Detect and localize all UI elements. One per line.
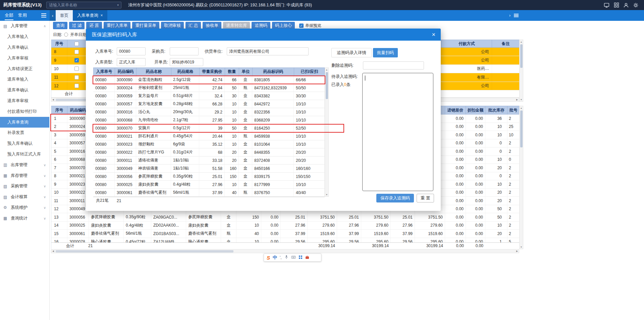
stockin-type-field[interactable] (117, 58, 146, 66)
nav-tab-frequent[interactable]: 常用 (18, 10, 27, 21)
cell-diff: 0.00 (445, 123, 466, 131)
toolbar-button-filter[interactable]: 过 滤 (69, 22, 85, 29)
cell-select[interactable] (67, 82, 86, 90)
cell-std: ZD02AAK00... (151, 222, 186, 230)
tab-scroll-left-button[interactable]: ‹ (50, 10, 56, 21)
modal-close-icon[interactable]: × (432, 32, 435, 38)
toolbar-button-trace-code[interactable]: 追溯码 (252, 22, 270, 29)
cell-spec: 0.45g/72粒 (124, 238, 151, 243)
preview-checkbox[interactable]: ✓ (299, 24, 304, 28)
sidebar-group-purchase-management[interactable]: ▧采购管理∨ (0, 181, 49, 192)
sidebar-item-stockin-audit[interactable]: 入库单审核 (0, 53, 49, 63)
chinese-mode-icon[interactable]: 中 (273, 255, 277, 261)
cell-drug-id-code: 8442972 (252, 100, 294, 108)
sidebar-group-stockin-management[interactable]: ▤入库管理∧ (0, 21, 49, 32)
sidebar-group-accounting[interactable]: ▨会计核算∨ (0, 192, 49, 202)
scroll-left-icon[interactable]: ◀ (51, 249, 55, 253)
sidebar-item-payment-notice-print[interactable]: 付款通知书打印 (0, 106, 49, 117)
modal-table-scrollbar[interactable]: ▲ ▼ (325, 67, 329, 197)
detail-horizontal-scrollbar[interactable]: ◀ ▶ (51, 249, 519, 253)
tab-list-icon[interactable] (514, 14, 519, 17)
cell-select[interactable] (67, 73, 86, 81)
scroll-down-icon[interactable]: ▼ (520, 98, 523, 101)
row-checkbox[interactable] (74, 50, 79, 54)
row-checkbox[interactable] (74, 66, 79, 71)
sogou-logo[interactable]: S (267, 255, 270, 261)
sidebar-item-stockin-confirm[interactable]: 入库单确认 (0, 42, 49, 53)
scroll-right-icon[interactable]: ▶ (515, 98, 519, 101)
scroll-up-icon[interactable]: ▲ (325, 68, 328, 72)
tab-batch-scan[interactable]: 批量扫码 (373, 48, 398, 57)
order-no-field[interactable] (117, 47, 146, 55)
punctuation-icon[interactable]: ', (280, 255, 282, 260)
scroll-up-icon[interactable]: ▲ (520, 106, 523, 110)
sidebar-item-invoice-supplement[interactable]: 补录发票 (0, 128, 49, 138)
orders-vertical-scrollbar[interactable]: ▲ ▼ (519, 40, 523, 102)
scroll-down-icon[interactable]: ▼ (520, 245, 523, 249)
tab-stockin-query[interactable]: 入库单查询 × (73, 10, 107, 21)
sidebar-group-query-statistics[interactable]: ▩查询统计∨ (0, 213, 49, 224)
nav-tab-all[interactable]: 全部 (5, 10, 13, 21)
toolbar-button-restore[interactable]: 还 原 (86, 22, 102, 29)
toolbar-button-cancel-audit[interactable]: 取消审核 (161, 22, 184, 29)
close-tab-icon[interactable]: × (101, 13, 103, 18)
toolbar-button-reprint-stockin[interactable]: 重打入库单 (104, 22, 131, 29)
buyer-field[interactable] (170, 47, 199, 55)
sidebar-item-stockin-entry[interactable]: 入库单输入 (0, 32, 49, 42)
toolbar-button-code-assured[interactable]: 码上放心 (272, 22, 295, 29)
toolbar-button-summary[interactable]: 汇 总 (185, 22, 201, 29)
mic-icon[interactable] (284, 255, 288, 260)
toolbar-button-reprint-volume-purchase[interactable]: 重打量采单 (132, 22, 159, 29)
supplier-field[interactable] (227, 47, 309, 55)
date-radio[interactable] (64, 33, 68, 37)
menu-search-input[interactable]: 请输入菜单名称 ▾ (46, 2, 121, 8)
cell-select[interactable] (67, 65, 86, 73)
sidebar-group-system-maintenance[interactable]: ⚙系统维护∨ (0, 202, 49, 213)
cell-order-no: 00080 (93, 165, 115, 172)
sidebar-item-return-confirm[interactable]: 退库单确认 (0, 85, 49, 96)
tab-scroll-right-icon[interactable]: › (509, 13, 511, 18)
gear-icon[interactable] (633, 2, 639, 8)
cell-select[interactable]: ✓ (67, 56, 86, 64)
scroll-up-icon[interactable]: ▲ (520, 40, 523, 44)
monitor-icon[interactable] (604, 2, 609, 8)
user-icon[interactable] (623, 2, 629, 8)
tab-home[interactable]: 首页 (56, 10, 73, 21)
grid-icon[interactable] (299, 255, 303, 260)
row-checkbox[interactable] (74, 84, 79, 88)
scrollbar-thumb[interactable] (56, 250, 233, 253)
sidebar-item-stockin-error-correction[interactable]: 入库错误更正 (0, 63, 49, 74)
delete-trace-input[interactable] (363, 61, 424, 70)
sidebar-item-pre-stockin-confirm[interactable]: 预入库单确认 (0, 138, 49, 149)
toolbox-icon[interactable] (305, 255, 309, 260)
reset-button[interactable]: 重 置 (417, 194, 434, 202)
toolbar-button-query[interactable]: 查询 (53, 22, 67, 29)
scroll-left-icon[interactable]: ◀ (51, 98, 55, 101)
sidebar-item-return-entry[interactable]: 退库单输入 (0, 74, 49, 85)
tab-trace-detail[interactable]: 追溯码录入详情 (331, 48, 372, 57)
scroll-right-icon[interactable]: ▶ (515, 249, 519, 253)
detail-vertical-scrollbar[interactable]: ▲ ▼ (519, 106, 523, 249)
apps-grid-icon[interactable] (613, 2, 619, 8)
scrollbar-thumb[interactable] (326, 72, 328, 99)
keyboard-icon[interactable] (291, 255, 296, 260)
cell-select[interactable] (67, 48, 86, 56)
sidebar-item-return-audit[interactable]: 退库单审核 (0, 96, 49, 106)
sidebar-item-pre-stockin-to-formal[interactable]: 预入库转正式入库 (0, 149, 49, 160)
sidebar-group-inventory-management[interactable]: ▦库存管理∨ (0, 170, 49, 181)
sidebar-item-stockin-query[interactable]: 入库单查询 (0, 117, 49, 128)
menu-icon: ▤ (3, 24, 9, 29)
save-trace-button[interactable]: 保存录入追溯码 (376, 194, 414, 202)
toolbar-button-acceptance-sheet[interactable]: 验收单 (203, 22, 221, 29)
sidebar-group-stockout-management[interactable]: ▥出库管理∨ (0, 159, 49, 170)
scroll-down-icon[interactable]: ▼ (325, 193, 328, 196)
hamburger-icon[interactable] (41, 13, 46, 17)
scrollbar-thumb[interactable] (520, 110, 523, 147)
clerk-field[interactable] (170, 58, 203, 66)
row-checkbox[interactable]: ✓ (74, 58, 79, 62)
row-checkbox[interactable] (74, 75, 79, 80)
trace-code-textarea[interactable] (362, 73, 433, 191)
scrollbar-thumb[interactable] (520, 44, 523, 68)
select-all-checkbox[interactable] (74, 42, 79, 46)
cell-drug-name: 通络祛痛膏 (136, 156, 171, 164)
